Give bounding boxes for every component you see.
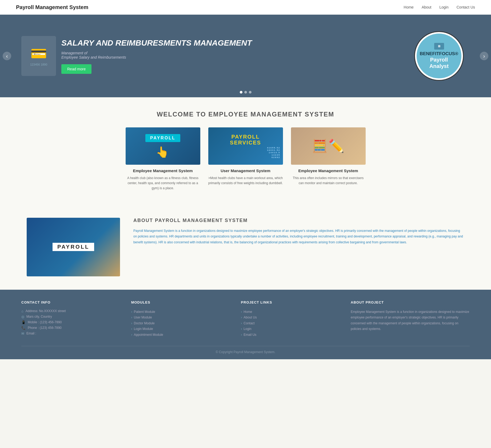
hero-title: SALARY AND REIMBURESMENTS MANAGEMENT — [61, 38, 252, 48]
module-patient[interactable]: Patient Module — [131, 309, 230, 315]
about-img: PAYROLL — [27, 218, 120, 276]
cards-container: PAYROLL 👆 Employee Management System A h… — [27, 127, 464, 191]
nav-login[interactable]: Login — [439, 5, 448, 9]
footer-contact-heading: CONTACT INFO — [21, 300, 121, 304]
card-3-img: 🧮✏️ — [291, 127, 366, 165]
card-1: PAYROLL 👆 Employee Management System A h… — [126, 127, 200, 191]
hero-next-btn[interactable]: › — [480, 52, 488, 60]
link-about-us[interactable]: About Us — [241, 315, 340, 321]
card-1-img-label: PAYROLL — [145, 134, 180, 142]
about-content: ABOUT PAYROLL MANAGEMENT SYSTEM Payroll … — [133, 218, 464, 245]
nav-contact[interactable]: Contact Us — [457, 5, 475, 9]
card-2-desc: >Most health clubs have a main workout a… — [208, 176, 283, 186]
footer-about-project: ABOUT PROJECT Employee Management System… — [351, 300, 470, 338]
read-more-button[interactable]: Read more — [61, 64, 91, 74]
link-contact[interactable]: Contact — [241, 321, 340, 326]
hero-section: ‹ 💳 123456 1890 SALARY AND REIMBURESMENT… — [0, 15, 491, 97]
card-2-numbers: 41655.5216031.5214410.51424562692 — [211, 147, 280, 159]
mobile-icon: 📱 — [21, 320, 26, 324]
home-icon: ⌂ — [21, 309, 23, 313]
module-doctor[interactable]: Doctor Module — [131, 321, 230, 326]
hero-icon: 💳 123456 1890 — [21, 36, 56, 76]
module-user[interactable]: User Module — [131, 315, 230, 321]
card-2-img-label: PAYROLLSERVICES — [211, 134, 280, 146]
hero-dots — [240, 91, 252, 94]
navbar: Payroll Management System Home About Log… — [0, 0, 491, 15]
card-3-title: Employee Management System — [291, 168, 366, 173]
footer-modules-list: Patient Module User Module Doctor Module… — [131, 309, 230, 338]
footer-about-heading: ABOUT PROJECT — [351, 300, 470, 304]
card-1-img: PAYROLL 👆 — [126, 127, 200, 165]
email-icon: ✉ — [21, 332, 24, 336]
footer-mobile: 📱 Mobile : (123) 456-7890 — [21, 320, 121, 324]
hero-subtitle: Management of Employee Salary and Reimbu… — [61, 51, 252, 59]
module-login[interactable]: Login Module — [131, 326, 230, 332]
card-3: 🧮✏️ Employee Management System This area… — [291, 127, 366, 191]
welcome-section: WELCOME TO EMPLOYEE MANAGEMENT SYSTEM PA… — [0, 97, 491, 204]
card-2: PAYROLLSERVICES 41655.5216031.5214410.51… — [208, 127, 283, 191]
link-login[interactable]: Login — [241, 326, 340, 332]
hero-prev-btn[interactable]: ‹ — [3, 52, 11, 60]
hand-icon: 👆 — [156, 146, 170, 158]
footer-about-text: Employee Management System is a function… — [351, 309, 470, 332]
hero-left: 💳 123456 1890 SALARY AND REIMBURESMENTS … — [21, 36, 408, 76]
footer-links-list: Home About Us Contact Login Email Us — [241, 309, 340, 338]
footer-links-heading: PROJECT LINKS — [241, 300, 340, 304]
hero-dot-3[interactable] — [249, 91, 252, 94]
phone-icon: 📞 — [21, 326, 26, 330]
nav-links: Home About Login Contact Us — [404, 5, 475, 10]
footer: CONTACT INFO ⌂ Address: No.XXXXXX street… — [0, 290, 491, 359]
hero-dot-2[interactable] — [244, 91, 247, 94]
footer-grid: CONTACT INFO ⌂ Address: No.XXXXXX street… — [21, 300, 470, 338]
binder-label: PAYROLL — [53, 243, 94, 251]
benefit-badge: ⊞ BENEFITFOCUS® Payroll Analyst — [415, 32, 463, 80]
link-home[interactable]: Home — [241, 309, 340, 315]
footer-modules-heading: MODULES — [131, 300, 230, 304]
footer-city: ◎ Mars city, Country — [21, 315, 121, 319]
badge-brand: BENEFITFOCUS® — [420, 51, 458, 56]
footer-modules: MODULES Patient Module User Module Docto… — [131, 300, 230, 338]
card-3-desc: This area often includes mirrors so that… — [291, 176, 366, 186]
location-icon: ◎ — [21, 315, 24, 319]
badge-title: Payroll Analyst — [429, 56, 449, 69]
card-2-title: User Management System — [208, 168, 283, 173]
nav-about[interactable]: About — [422, 5, 432, 9]
about-text: Payroll Management System is a function … — [133, 228, 464, 245]
about-section: PAYROLL ABOUT PAYROLL MANAGEMENT SYSTEM … — [0, 204, 491, 290]
footer-email: ✉ Email : — [21, 332, 121, 336]
card-2-img: PAYROLLSERVICES 41655.5216031.5214410.51… — [208, 127, 283, 165]
badge-icon: ⊞ — [434, 43, 444, 50]
footer-copyright: © Copyright Payroll Management System. — [21, 346, 470, 354]
card-1-title: Employee Management System — [126, 168, 200, 173]
welcome-heading: WELCOME TO EMPLOYEE MANAGEMENT SYSTEM — [27, 111, 464, 118]
link-email-us[interactable]: Email Us — [241, 332, 340, 338]
nav-logo: Payroll Management System — [16, 4, 88, 10]
hero-dot-1[interactable] — [240, 91, 242, 94]
footer-project-links: PROJECT LINKS Home About Us Contact Logi… — [241, 300, 340, 338]
calculator-icon: 🧮✏️ — [312, 139, 345, 154]
module-appointment[interactable]: Appointment Module — [131, 332, 230, 338]
card-1-desc: A health club (also known as a fitness c… — [126, 176, 200, 191]
hero-badge: ⊞ BENEFITFOCUS® Payroll Analyst — [408, 32, 470, 80]
footer-contact: CONTACT INFO ⌂ Address: No.XXXXXX street… — [21, 300, 121, 338]
nav-home[interactable]: Home — [404, 5, 414, 9]
footer-address: ⌂ Address: No.XXXXXX street — [21, 309, 121, 313]
about-heading: ABOUT PAYROLL MANAGEMENT SYSTEM — [133, 218, 464, 223]
footer-phone: 📞 Phone : (123) 456-7890 — [21, 326, 121, 330]
hero-text: SALARY AND REIMBURESMENTS MANAGEMENT Man… — [61, 38, 252, 74]
